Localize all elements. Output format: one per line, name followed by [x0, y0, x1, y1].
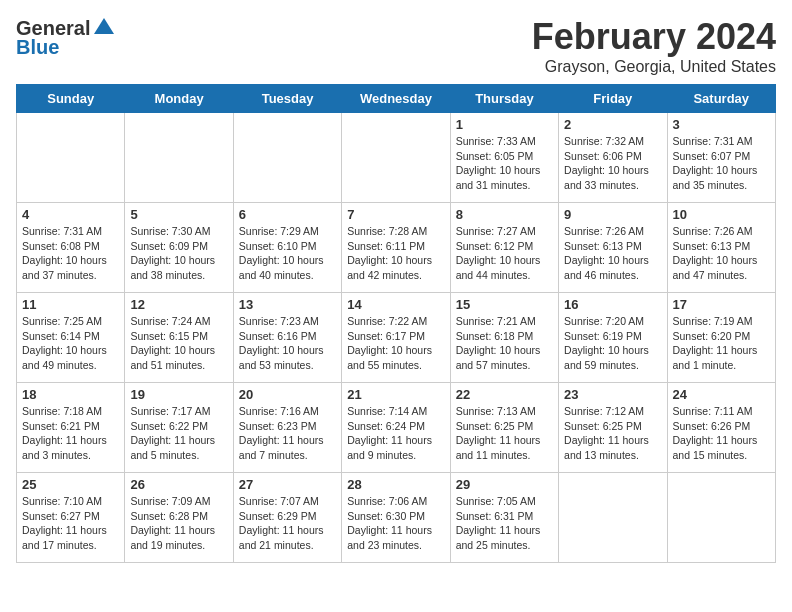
calendar-cell: 15Sunrise: 7:21 AM Sunset: 6:18 PM Dayli…	[450, 293, 558, 383]
calendar-cell: 22Sunrise: 7:13 AM Sunset: 6:25 PM Dayli…	[450, 383, 558, 473]
day-info: Sunrise: 7:29 AM Sunset: 6:10 PM Dayligh…	[239, 224, 336, 283]
weekday-header-monday: Monday	[125, 85, 233, 113]
day-number: 3	[673, 117, 770, 132]
day-info: Sunrise: 7:30 AM Sunset: 6:09 PM Dayligh…	[130, 224, 227, 283]
week-row-2: 4Sunrise: 7:31 AM Sunset: 6:08 PM Daylig…	[17, 203, 776, 293]
day-number: 2	[564, 117, 661, 132]
day-info: Sunrise: 7:25 AM Sunset: 6:14 PM Dayligh…	[22, 314, 119, 373]
calendar-cell: 26Sunrise: 7:09 AM Sunset: 6:28 PM Dayli…	[125, 473, 233, 563]
logo-icon	[92, 16, 116, 40]
day-info: Sunrise: 7:12 AM Sunset: 6:25 PM Dayligh…	[564, 404, 661, 463]
weekday-header-friday: Friday	[559, 85, 667, 113]
day-number: 21	[347, 387, 444, 402]
day-info: Sunrise: 7:06 AM Sunset: 6:30 PM Dayligh…	[347, 494, 444, 553]
day-info: Sunrise: 7:33 AM Sunset: 6:05 PM Dayligh…	[456, 134, 553, 193]
calendar-cell	[559, 473, 667, 563]
day-info: Sunrise: 7:21 AM Sunset: 6:18 PM Dayligh…	[456, 314, 553, 373]
day-number: 14	[347, 297, 444, 312]
calendar-cell: 27Sunrise: 7:07 AM Sunset: 6:29 PM Dayli…	[233, 473, 341, 563]
day-info: Sunrise: 7:11 AM Sunset: 6:26 PM Dayligh…	[673, 404, 770, 463]
calendar-cell: 5Sunrise: 7:30 AM Sunset: 6:09 PM Daylig…	[125, 203, 233, 293]
calendar-cell	[125, 113, 233, 203]
day-number: 25	[22, 477, 119, 492]
day-info: Sunrise: 7:31 AM Sunset: 6:07 PM Dayligh…	[673, 134, 770, 193]
day-number: 19	[130, 387, 227, 402]
day-info: Sunrise: 7:18 AM Sunset: 6:21 PM Dayligh…	[22, 404, 119, 463]
calendar-cell: 8Sunrise: 7:27 AM Sunset: 6:12 PM Daylig…	[450, 203, 558, 293]
day-number: 29	[456, 477, 553, 492]
calendar-cell: 17Sunrise: 7:19 AM Sunset: 6:20 PM Dayli…	[667, 293, 775, 383]
weekday-header-tuesday: Tuesday	[233, 85, 341, 113]
calendar-cell: 16Sunrise: 7:20 AM Sunset: 6:19 PM Dayli…	[559, 293, 667, 383]
day-info: Sunrise: 7:20 AM Sunset: 6:19 PM Dayligh…	[564, 314, 661, 373]
day-info: Sunrise: 7:13 AM Sunset: 6:25 PM Dayligh…	[456, 404, 553, 463]
calendar-cell	[667, 473, 775, 563]
calendar-cell: 29Sunrise: 7:05 AM Sunset: 6:31 PM Dayli…	[450, 473, 558, 563]
day-number: 27	[239, 477, 336, 492]
day-info: Sunrise: 7:07 AM Sunset: 6:29 PM Dayligh…	[239, 494, 336, 553]
calendar-cell	[17, 113, 125, 203]
day-number: 10	[673, 207, 770, 222]
calendar-cell: 20Sunrise: 7:16 AM Sunset: 6:23 PM Dayli…	[233, 383, 341, 473]
calendar-cell: 18Sunrise: 7:18 AM Sunset: 6:21 PM Dayli…	[17, 383, 125, 473]
calendar-cell: 23Sunrise: 7:12 AM Sunset: 6:25 PM Dayli…	[559, 383, 667, 473]
day-info: Sunrise: 7:16 AM Sunset: 6:23 PM Dayligh…	[239, 404, 336, 463]
calendar-cell: 3Sunrise: 7:31 AM Sunset: 6:07 PM Daylig…	[667, 113, 775, 203]
weekday-header-sunday: Sunday	[17, 85, 125, 113]
day-info: Sunrise: 7:19 AM Sunset: 6:20 PM Dayligh…	[673, 314, 770, 373]
day-number: 13	[239, 297, 336, 312]
day-info: Sunrise: 7:23 AM Sunset: 6:16 PM Dayligh…	[239, 314, 336, 373]
day-info: Sunrise: 7:31 AM Sunset: 6:08 PM Dayligh…	[22, 224, 119, 283]
calendar-cell: 25Sunrise: 7:10 AM Sunset: 6:27 PM Dayli…	[17, 473, 125, 563]
calendar-cell	[342, 113, 450, 203]
day-number: 18	[22, 387, 119, 402]
calendar-cell: 13Sunrise: 7:23 AM Sunset: 6:16 PM Dayli…	[233, 293, 341, 383]
week-row-3: 11Sunrise: 7:25 AM Sunset: 6:14 PM Dayli…	[17, 293, 776, 383]
calendar-cell: 21Sunrise: 7:14 AM Sunset: 6:24 PM Dayli…	[342, 383, 450, 473]
calendar-cell: 2Sunrise: 7:32 AM Sunset: 6:06 PM Daylig…	[559, 113, 667, 203]
day-number: 23	[564, 387, 661, 402]
calendar-cell: 12Sunrise: 7:24 AM Sunset: 6:15 PM Dayli…	[125, 293, 233, 383]
week-row-1: 1Sunrise: 7:33 AM Sunset: 6:05 PM Daylig…	[17, 113, 776, 203]
day-info: Sunrise: 7:24 AM Sunset: 6:15 PM Dayligh…	[130, 314, 227, 373]
day-info: Sunrise: 7:09 AM Sunset: 6:28 PM Dayligh…	[130, 494, 227, 553]
calendar-cell: 19Sunrise: 7:17 AM Sunset: 6:22 PM Dayli…	[125, 383, 233, 473]
day-number: 20	[239, 387, 336, 402]
day-number: 24	[673, 387, 770, 402]
day-info: Sunrise: 7:17 AM Sunset: 6:22 PM Dayligh…	[130, 404, 227, 463]
weekday-header-row: SundayMondayTuesdayWednesdayThursdayFrid…	[17, 85, 776, 113]
calendar-cell: 10Sunrise: 7:26 AM Sunset: 6:13 PM Dayli…	[667, 203, 775, 293]
day-number: 7	[347, 207, 444, 222]
day-number: 6	[239, 207, 336, 222]
calendar-cell: 14Sunrise: 7:22 AM Sunset: 6:17 PM Dayli…	[342, 293, 450, 383]
day-number: 17	[673, 297, 770, 312]
day-number: 4	[22, 207, 119, 222]
calendar-cell: 6Sunrise: 7:29 AM Sunset: 6:10 PM Daylig…	[233, 203, 341, 293]
day-info: Sunrise: 7:10 AM Sunset: 6:27 PM Dayligh…	[22, 494, 119, 553]
day-info: Sunrise: 7:26 AM Sunset: 6:13 PM Dayligh…	[673, 224, 770, 283]
day-info: Sunrise: 7:27 AM Sunset: 6:12 PM Dayligh…	[456, 224, 553, 283]
calendar-cell	[233, 113, 341, 203]
day-number: 9	[564, 207, 661, 222]
calendar-cell: 24Sunrise: 7:11 AM Sunset: 6:26 PM Dayli…	[667, 383, 775, 473]
day-number: 26	[130, 477, 227, 492]
weekday-header-saturday: Saturday	[667, 85, 775, 113]
day-info: Sunrise: 7:22 AM Sunset: 6:17 PM Dayligh…	[347, 314, 444, 373]
day-info: Sunrise: 7:32 AM Sunset: 6:06 PM Dayligh…	[564, 134, 661, 193]
logo-blue: Blue	[16, 36, 59, 59]
day-number: 8	[456, 207, 553, 222]
day-number: 28	[347, 477, 444, 492]
day-number: 15	[456, 297, 553, 312]
day-info: Sunrise: 7:28 AM Sunset: 6:11 PM Dayligh…	[347, 224, 444, 283]
calendar-cell: 11Sunrise: 7:25 AM Sunset: 6:14 PM Dayli…	[17, 293, 125, 383]
day-number: 12	[130, 297, 227, 312]
calendar-cell: 28Sunrise: 7:06 AM Sunset: 6:30 PM Dayli…	[342, 473, 450, 563]
calendar-cell: 9Sunrise: 7:26 AM Sunset: 6:13 PM Daylig…	[559, 203, 667, 293]
calendar-cell: 4Sunrise: 7:31 AM Sunset: 6:08 PM Daylig…	[17, 203, 125, 293]
title-section: February 2024 Grayson, Georgia, United S…	[532, 16, 776, 76]
calendar-cell: 7Sunrise: 7:28 AM Sunset: 6:11 PM Daylig…	[342, 203, 450, 293]
logo: General Blue	[16, 16, 116, 59]
weekday-header-wednesday: Wednesday	[342, 85, 450, 113]
weekday-header-thursday: Thursday	[450, 85, 558, 113]
day-info: Sunrise: 7:26 AM Sunset: 6:13 PM Dayligh…	[564, 224, 661, 283]
